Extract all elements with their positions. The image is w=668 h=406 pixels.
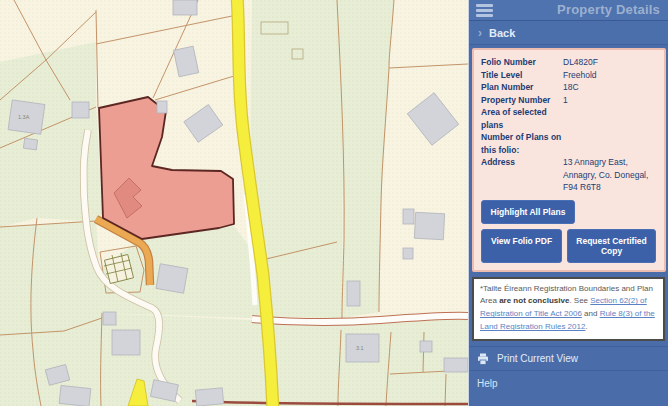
detail-actions: Highlight All Plans View Folio PDF Reque… bbox=[481, 200, 658, 263]
detail-row: Property Number 1 bbox=[481, 94, 658, 107]
property-details-panel: Property Details › Back Folio Number DL4… bbox=[468, 0, 668, 406]
property-details-box: Folio Number DL4820F Title Level Freehol… bbox=[472, 48, 666, 272]
parcel-label: 3.1 bbox=[356, 345, 364, 351]
detail-row: Address 13 Annagry East, Annagry, Co. Do… bbox=[481, 156, 658, 194]
disclaimer-text: . bbox=[585, 322, 587, 331]
disclaimer-text: and bbox=[582, 309, 600, 318]
field-value: 1 bbox=[563, 94, 658, 107]
field-label: Folio Number bbox=[481, 56, 563, 69]
field-value: DL4820F bbox=[563, 56, 658, 69]
field-value: 13 Annagry East, Annagry, Co. Donegal, F… bbox=[563, 156, 658, 194]
detail-row: Plan Number 18C bbox=[481, 81, 658, 94]
detail-row: Number of Plans on this folio: bbox=[481, 131, 658, 156]
disclaimer-box: *Tailte Éireann Registration Boundaries … bbox=[472, 277, 665, 342]
printer-icon bbox=[477, 353, 489, 365]
panel-header: Property Details bbox=[469, 0, 668, 21]
back-label: Back bbox=[489, 27, 515, 39]
view-folio-pdf-button[interactable]: View Folio PDF bbox=[481, 229, 562, 263]
print-label: Print Current View bbox=[497, 353, 578, 364]
field-label: Area of selected plans bbox=[481, 106, 563, 131]
landdirect-map-viewer: 1.3A 3.1 Property Details › Back Folio N… bbox=[0, 0, 668, 406]
disclaimer-text: . See bbox=[569, 296, 590, 305]
field-label: Title Level bbox=[481, 69, 563, 82]
field-label: Address bbox=[481, 156, 563, 194]
back-button[interactable]: › Back bbox=[469, 21, 668, 45]
map-canvas[interactable]: 1.3A 3.1 bbox=[0, 0, 468, 406]
help-button[interactable]: Help bbox=[469, 371, 668, 396]
print-current-view-button[interactable]: Print Current View bbox=[469, 346, 668, 371]
panel-title: Property Details bbox=[557, 2, 660, 17]
detail-row: Title Level Freehold bbox=[481, 69, 658, 82]
field-label: Plan Number bbox=[481, 81, 563, 94]
disclaimer-bold: are not conclusive bbox=[499, 296, 569, 305]
field-label: Property Number bbox=[481, 94, 563, 107]
request-certified-copy-button[interactable]: Request Certified Copy bbox=[567, 229, 656, 263]
highlight-all-plans-button[interactable]: Highlight All Plans bbox=[481, 200, 575, 224]
field-label: Number of Plans on this folio: bbox=[481, 131, 563, 156]
detail-row: Folio Number DL4820F bbox=[481, 56, 658, 69]
detail-row: Area of selected plans bbox=[481, 106, 658, 131]
field-value: 18C bbox=[563, 81, 658, 94]
field-value bbox=[563, 131, 658, 156]
parcel-label: 1.3A bbox=[18, 114, 30, 120]
field-value: Freehold bbox=[563, 69, 658, 82]
field-value bbox=[563, 106, 658, 131]
chevron-right-icon: › bbox=[478, 27, 482, 39]
menu-icon[interactable] bbox=[476, 4, 493, 19]
